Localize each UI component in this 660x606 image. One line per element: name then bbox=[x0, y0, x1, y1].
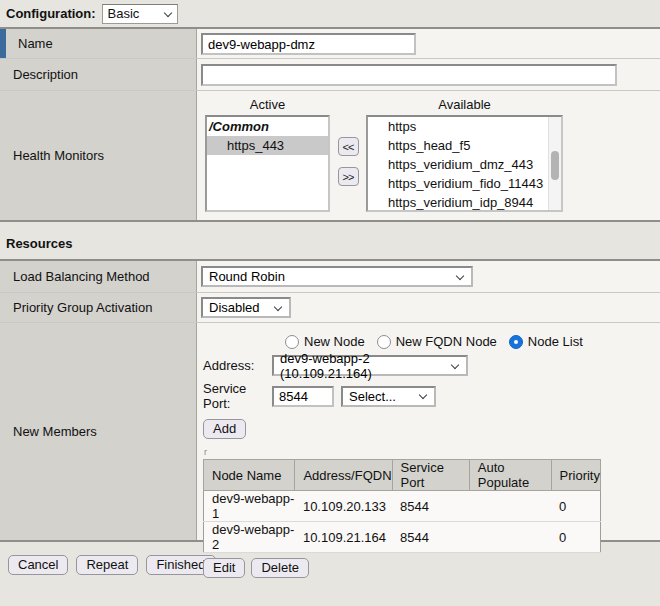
configuration-bar: Configuration: Basic bbox=[0, 0, 660, 27]
description-input[interactable] bbox=[201, 64, 617, 86]
active-monitors-column: Active /Common https_443 bbox=[205, 95, 330, 212]
priority-group-row: Priority Group Activation Disabled bbox=[0, 293, 660, 323]
member-service-port: 8544 bbox=[392, 491, 469, 522]
active-header: Active bbox=[205, 95, 330, 115]
move-to-available-button[interactable]: >> bbox=[338, 167, 359, 186]
member-row[interactable]: dev9-webapp-2 10.109.21.164 8544 0 bbox=[204, 522, 601, 553]
service-port-input[interactable]: 8544 bbox=[272, 386, 334, 407]
chevron-down-icon bbox=[419, 392, 427, 400]
configuration-label: Configuration: bbox=[6, 6, 96, 21]
node-list-radio[interactable] bbox=[509, 335, 523, 349]
resources-section-title: Resources bbox=[0, 222, 660, 259]
load-balancing-select-value: Round Robin bbox=[209, 269, 285, 284]
member-node-name: dev9-webapp-1 bbox=[204, 491, 295, 522]
member-actions: Edit Delete bbox=[203, 558, 660, 578]
new-node-radio[interactable] bbox=[285, 335, 299, 349]
member-address: 10.109.20.133 bbox=[295, 491, 392, 522]
partition-group-label: /Common bbox=[207, 117, 328, 136]
col-priority: Priority bbox=[551, 460, 600, 491]
table-corner-mark: r bbox=[204, 447, 660, 457]
address-select-value: dev9-webapp-2 (10.109.21.164) bbox=[280, 351, 445, 381]
health-monitors-row: Health Monitors Active /Common https_443… bbox=[0, 91, 660, 220]
health-monitors-label: Health Monitors bbox=[0, 91, 197, 220]
member-node-name: dev9-webapp-2 bbox=[204, 522, 295, 553]
configuration-select[interactable]: Basic bbox=[102, 4, 178, 24]
available-monitor-item[interactable]: https_veridium_dmz_443 bbox=[368, 155, 561, 174]
cancel-button[interactable]: Cancel bbox=[8, 555, 68, 575]
name-row: Name dev9-webapp-dmz bbox=[0, 29, 660, 59]
address-label: Address: bbox=[200, 358, 272, 373]
general-properties-table: Name dev9-webapp-dmz Description Health … bbox=[0, 27, 660, 222]
delete-button[interactable]: Delete bbox=[251, 558, 309, 578]
node-list-radio-label: Node List bbox=[528, 334, 583, 349]
col-address-fqdn: Address/FQDN bbox=[295, 460, 392, 491]
monitor-move-controls: << >> bbox=[330, 95, 366, 212]
scrollbar[interactable] bbox=[548, 117, 561, 210]
available-monitors-list[interactable]: https https_head_f5 https_veridium_dmz_4… bbox=[366, 115, 563, 212]
configuration-select-value: Basic bbox=[108, 6, 140, 21]
port-name-select[interactable]: Select... bbox=[341, 386, 436, 407]
new-fqdn-node-radio-label: New FQDN Node bbox=[396, 334, 497, 349]
repeat-button[interactable]: Repeat bbox=[76, 555, 138, 575]
new-members-label: New Members bbox=[0, 323, 197, 540]
port-name-select-value: Select... bbox=[349, 389, 396, 404]
service-port-row: Service Port: 8544 Select... bbox=[200, 381, 660, 411]
members-table-header-row: Node Name Address/FQDN Service Port Auto… bbox=[204, 460, 601, 491]
address-row: Address: dev9-webapp-2 (10.109.21.164) bbox=[200, 355, 660, 376]
available-monitor-item[interactable]: https_veridium_fido_11443 bbox=[368, 174, 561, 193]
address-select[interactable]: dev9-webapp-2 (10.109.21.164) bbox=[272, 355, 468, 376]
edit-button[interactable]: Edit bbox=[203, 558, 245, 578]
name-input-value: dev9-webapp-dmz bbox=[208, 37, 315, 52]
member-service-port: 8544 bbox=[392, 522, 469, 553]
available-monitor-item[interactable]: https bbox=[368, 117, 561, 136]
new-node-radio-label: New Node bbox=[304, 334, 365, 349]
pool-configuration-page: Configuration: Basic Name dev9-webapp-dm… bbox=[0, 0, 660, 606]
load-balancing-row: Load Balancing Method Round Robin bbox=[0, 261, 660, 293]
name-label: Name bbox=[0, 29, 197, 58]
chevron-down-icon bbox=[456, 273, 464, 281]
available-monitors-column: Available https https_head_f5 https_veri… bbox=[366, 95, 563, 212]
member-auto-populate bbox=[469, 522, 551, 553]
priority-group-select-value: Disabled bbox=[209, 300, 260, 315]
description-label: Description bbox=[0, 59, 197, 90]
description-row: Description bbox=[0, 59, 660, 91]
col-service-port: Service Port bbox=[392, 460, 469, 491]
move-to-active-button[interactable]: << bbox=[338, 137, 359, 156]
col-node-name: Node Name bbox=[204, 460, 295, 491]
required-indicator bbox=[0, 29, 6, 58]
active-monitor-item[interactable]: https_443 bbox=[207, 136, 328, 155]
chevron-down-icon bbox=[451, 362, 459, 370]
name-input[interactable]: dev9-webapp-dmz bbox=[201, 33, 416, 55]
members-table: Node Name Address/FQDN Service Port Auto… bbox=[203, 459, 601, 553]
new-fqdn-node-radio[interactable] bbox=[377, 335, 391, 349]
member-row[interactable]: dev9-webapp-1 10.109.20.133 8544 0 bbox=[204, 491, 601, 522]
add-button[interactable]: Add bbox=[203, 419, 246, 439]
available-monitor-item[interactable]: https_head_f5 bbox=[368, 136, 561, 155]
available-header: Available bbox=[366, 95, 563, 115]
member-priority: 0 bbox=[551, 522, 600, 553]
resources-table: Load Balancing Method Round Robin Priori… bbox=[0, 259, 660, 542]
member-address: 10.109.21.164 bbox=[295, 522, 392, 553]
priority-group-label: Priority Group Activation bbox=[0, 293, 197, 322]
chevron-down-icon bbox=[164, 10, 172, 18]
node-type-radio-group: New Node New FQDN Node Node List bbox=[285, 333, 660, 350]
priority-group-select[interactable]: Disabled bbox=[201, 297, 291, 318]
service-port-input-value: 8544 bbox=[279, 389, 308, 404]
col-auto-populate: Auto Populate bbox=[469, 460, 551, 491]
member-priority: 0 bbox=[551, 491, 600, 522]
chevron-down-icon bbox=[274, 304, 282, 312]
available-monitor-item[interactable]: https_veridium_idp_8944 bbox=[368, 193, 561, 212]
load-balancing-select[interactable]: Round Robin bbox=[201, 266, 473, 287]
new-members-row: New Members New Node New FQDN Node Node … bbox=[0, 323, 660, 540]
scrollbar-thumb[interactable] bbox=[551, 151, 559, 180]
active-monitors-list[interactable]: /Common https_443 bbox=[205, 115, 330, 212]
service-port-label: Service Port: bbox=[200, 381, 272, 411]
load-balancing-label: Load Balancing Method bbox=[0, 261, 197, 292]
member-auto-populate bbox=[469, 491, 551, 522]
